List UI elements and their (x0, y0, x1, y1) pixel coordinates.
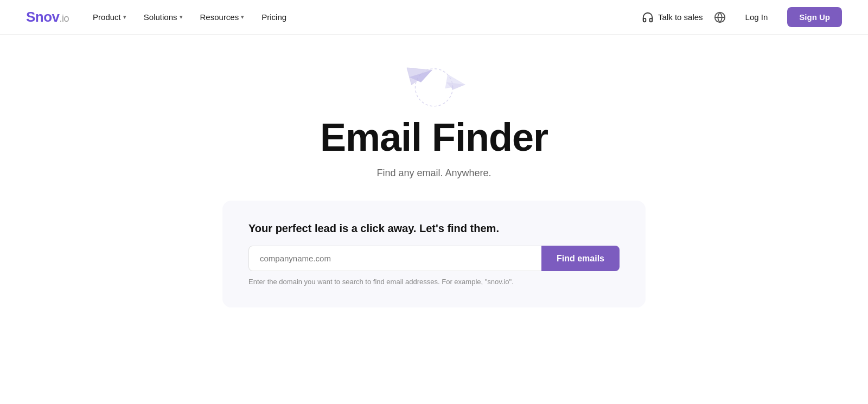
nav-item-solutions: Solutions ▾ (137, 8, 189, 26)
nav-product-label: Product (93, 12, 121, 22)
logo-suffix: .io (60, 13, 69, 24)
hero-subtitle: Find any email. Anywhere. (376, 168, 491, 179)
talk-to-sales-label: Talk to sales (658, 12, 703, 22)
headphone-icon (642, 11, 654, 23)
login-button[interactable]: Log In (737, 8, 777, 26)
domain-search-input[interactable] (248, 246, 541, 271)
nav-resources-link[interactable]: Resources ▾ (194, 8, 251, 26)
card-hint: Enter the domain you want to search to f… (248, 278, 620, 286)
search-row: Find emails (248, 246, 620, 271)
nav-item-resources: Resources ▾ (194, 8, 251, 26)
nav-pricing-link[interactable]: Pricing (255, 8, 293, 26)
nav-links: Product ▾ Solutions ▾ Resources ▾ Pricin… (86, 8, 293, 26)
hero-title: Email Finder (320, 116, 548, 159)
signup-label: Sign Up (799, 12, 830, 22)
find-emails-label: Find emails (557, 254, 604, 263)
chevron-down-icon: ▾ (180, 14, 183, 21)
hero-illustration (380, 51, 488, 111)
chevron-down-icon: ▾ (123, 14, 126, 21)
navbar-right: Talk to sales Log In Sign Up (642, 7, 842, 27)
find-emails-button[interactable]: Find emails (541, 246, 620, 271)
nav-solutions-link[interactable]: Solutions ▾ (137, 8, 189, 26)
nav-item-product: Product ▾ (86, 8, 133, 26)
talk-to-sales-link[interactable]: Talk to sales (642, 11, 703, 23)
card-heading: Your perfect lead is a click away. Let's… (248, 222, 620, 235)
nav-solutions-label: Solutions (144, 12, 177, 22)
chevron-down-icon: ▾ (241, 14, 244, 21)
nav-product-link[interactable]: Product ▾ (86, 8, 133, 26)
navbar: Snov.io Product ▾ Solutions ▾ Resources … (0, 0, 868, 35)
logo[interactable]: Snov.io (26, 9, 69, 25)
nav-pricing-label: Pricing (261, 12, 286, 22)
hero-section: Email Finder Find any email. Anywhere. Y… (0, 35, 868, 307)
paper-plane-svg (380, 51, 488, 116)
login-label: Log In (745, 12, 768, 22)
search-card: Your perfect lead is a click away. Let's… (222, 201, 646, 307)
nav-resources-label: Resources (200, 12, 239, 22)
globe-icon[interactable] (714, 11, 726, 23)
navbar-left: Snov.io Product ▾ Solutions ▾ Resources … (26, 8, 293, 26)
logo-main: Snov (26, 9, 60, 25)
nav-item-pricing: Pricing (255, 8, 293, 26)
signup-button[interactable]: Sign Up (787, 7, 842, 27)
